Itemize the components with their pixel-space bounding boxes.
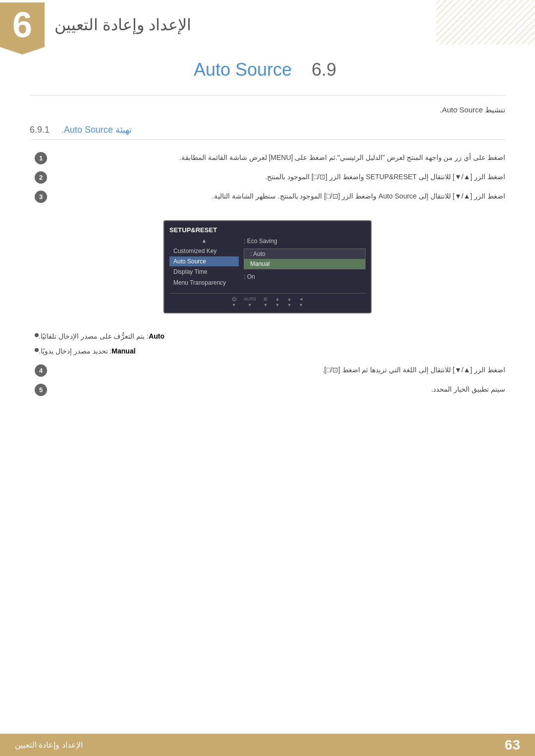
- divider: [30, 95, 505, 96]
- chapter-number: 6: [12, 7, 32, 43]
- chapter-header: الإعداد وإعادة التعيين 6: [0, 0, 535, 50]
- chapter-number-box: 6: [0, 2, 45, 47]
- bullet-dot-manual: [35, 348, 39, 352]
- bottom-icon-prev: ◄ ▼: [299, 297, 303, 307]
- main-content: Auto Source 6.9 تنشيط Auto Source. تهيئة…: [0, 50, 535, 443]
- eco-saving-label: : Eco Saving: [244, 238, 366, 245]
- submenu-manual: Manual: [244, 259, 365, 269]
- step-2: اضغط الزر [▲/▼] للانتقال إلى SETUP&RESET…: [30, 171, 505, 184]
- bullet-manual: Manual: تحديد مصدر إدخال يدويًا.: [30, 346, 505, 356]
- bullet-auto: Auto: يتم التعرُّف على مصدر الإدخال تلقا…: [30, 331, 505, 342]
- step-1-number: 1: [35, 152, 47, 164]
- page-footer: 63 الإعداد وإعادة التعيين: [0, 734, 535, 756]
- footer-page-number: 63: [505, 737, 520, 753]
- ui-screenshot: SETUP&RESET ▲ Customized Key Auto Source…: [163, 220, 372, 313]
- step-4-number: 4: [35, 364, 47, 377]
- step-1-text: اضغط على أي زر من واجهة المنتج لعرض "الد…: [47, 152, 505, 163]
- step-4-text: اضغط الزر [▲/▼] للانتقال إلى اللغة التي …: [47, 364, 505, 375]
- step-1: اضغط على أي زر من واجهة المنتج لعرض "الد…: [30, 152, 505, 164]
- menu-item-menu-transparency: Menu Transparency: [169, 277, 239, 288]
- menu-item-display-time: Display Time: [169, 266, 239, 277]
- menu-item-auto-source: Auto Source: [169, 256, 239, 266]
- menu-item-customized: Customized Key: [169, 246, 239, 256]
- submenu: : Auto Manual: [244, 249, 366, 269]
- bottom-icon-menu: ⊞ ▼: [264, 297, 268, 307]
- step-5-number: 5: [35, 384, 47, 396]
- step-4: اضغط الزر [▲/▼] للانتقال إلى اللغة التي …: [30, 364, 505, 377]
- step-2-number: 2: [35, 171, 47, 184]
- bullet-dot-auto: [35, 333, 39, 337]
- bullet-section: Auto: يتم التعرُّف على مصدر الإدخال تلقا…: [30, 331, 505, 357]
- bullet-manual-text: Manual: تحديد مصدر إدخال يدويًا.: [39, 346, 136, 356]
- step-3-number: 3: [35, 191, 47, 203]
- section-title-text: Auto Source: [194, 59, 292, 80]
- section-title: Auto Source 6.9: [30, 59, 505, 80]
- step-3-text: اضغط الزر [▲/▼] للانتقال إلى Auto Source…: [47, 191, 505, 202]
- step-5: سيتم تطبيق الخيار المحدد. 5: [30, 384, 505, 396]
- activation-note: تنشيط Auto Source.: [30, 105, 505, 114]
- footer-text: الإعداد وإعادة التعيين: [15, 740, 83, 750]
- bullet-auto-text: Auto: يتم التعرُّف على مصدر الإدخال تلقا…: [39, 331, 164, 342]
- step-2-text: اضغط الزر [▲/▼] للانتقال إلى SETUP&RESET…: [47, 171, 505, 182]
- subsection-title: تهيئة Auto Source.: [61, 124, 132, 135]
- bottom-icon-auto: AUTO ▼: [244, 297, 256, 307]
- submenu-auto: : Auto: [244, 249, 365, 259]
- menu-title: SETUP&RESET: [169, 226, 366, 234]
- on-label: : On: [244, 273, 366, 280]
- step-5-text: سيتم تطبيق الخيار المحدد.: [47, 384, 505, 395]
- bottom-icon-enter: ▲ ▼: [275, 297, 280, 307]
- subsection-header: تهيئة Auto Source. 6.9.1: [30, 124, 505, 140]
- bottom-icon-up: ▲ ▼: [287, 297, 291, 307]
- chapter-title: الإعداد وإعادة التعيين: [54, 15, 191, 34]
- subsection-number: 6.9.1: [30, 125, 50, 135]
- section-number: 6.9: [312, 59, 336, 80]
- bottom-bar: ◄ ▼ ▲ ▼ ▲ ▼ ⊞ ▼ AUTO ▼: [169, 293, 366, 307]
- step-3: اضغط الزر [▲/▼] للانتقال إلى Auto Source…: [30, 191, 505, 203]
- bottom-icon-power: ⏻ ▼: [232, 297, 236, 307]
